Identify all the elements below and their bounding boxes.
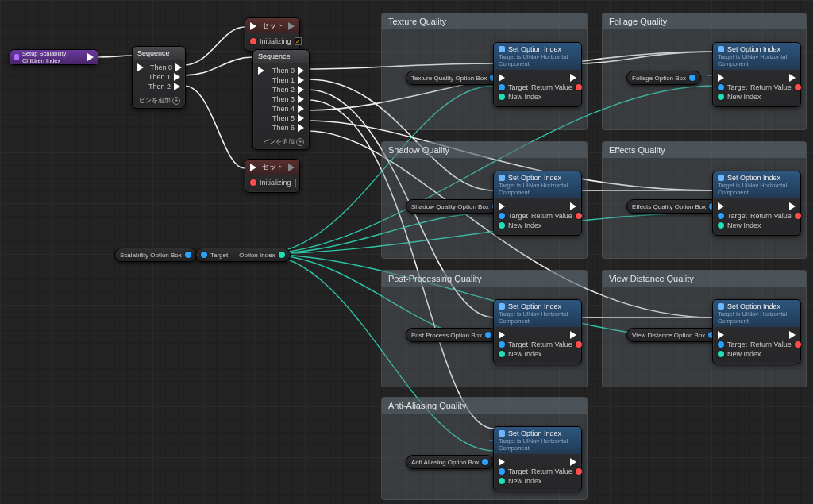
set-node-2[interactable]: セット Initializing <box>245 159 300 193</box>
set-option-index-node[interactable]: Set Option Index Target is UINav Horizon… <box>493 299 582 364</box>
exec-in-icon[interactable] <box>718 202 724 210</box>
set-option-index-node[interactable]: Set Option Index Target is UINav Horizon… <box>493 426 582 491</box>
exec-in-icon[interactable] <box>137 63 144 71</box>
object-pin-icon[interactable] <box>485 332 491 338</box>
comment-shadow[interactable]: Shadow Quality Shadow Quality Option Box… <box>381 141 588 259</box>
bool-pin-icon[interactable] <box>795 341 801 348</box>
exec-in-icon[interactable] <box>499 202 505 210</box>
comment-title[interactable]: Post-Processing Quality <box>382 271 587 287</box>
comment-texture[interactable]: Texture Quality Texture Quality Option B… <box>381 13 588 130</box>
exec-out-icon[interactable] <box>288 22 295 30</box>
exec-out-icon[interactable] <box>570 331 576 339</box>
object-pin-icon[interactable] <box>201 252 207 258</box>
checkbox-icon[interactable] <box>295 179 296 187</box>
bool-pin-icon[interactable] <box>795 84 801 90</box>
comment-foliage[interactable]: Foliage Quality Foliage Option Box Set O… <box>602 13 807 130</box>
var-option-box[interactable]: Post Process Option Box <box>406 328 497 342</box>
sequence-node-2[interactable]: Sequence Then 0 Then 1 Then 2 Then 3 The… <box>252 49 310 150</box>
option-index-node[interactable]: Target Option Index <box>195 248 291 262</box>
add-pin-label[interactable]: ピンを追加 <box>139 97 171 104</box>
int-pin-icon[interactable] <box>718 351 724 357</box>
exec-out-icon[interactable] <box>298 114 304 122</box>
comment-title[interactable]: Shadow Quality <box>382 142 587 158</box>
exec-out-icon[interactable] <box>298 76 304 84</box>
comment-title[interactable]: Foliage Quality <box>603 13 806 29</box>
exec-out-icon[interactable] <box>288 164 295 171</box>
set-node-1[interactable]: セット Initializing ✓ <box>245 17 300 52</box>
sequence-node-1[interactable]: Sequence Then 0 Then 1 Then 2 ピンを追加 + <box>132 46 186 109</box>
exec-out-icon[interactable] <box>175 63 182 71</box>
bool-pin-icon[interactable] <box>576 341 582 348</box>
object-pin-icon[interactable] <box>499 84 505 90</box>
int-pin-icon[interactable] <box>718 94 724 100</box>
plus-icon[interactable]: + <box>172 97 180 105</box>
comment-viewdist[interactable]: View Distance Quality View Distance Opti… <box>602 270 807 387</box>
set-option-index-node[interactable]: Set Option Index Target is UINav Horizon… <box>493 42 582 107</box>
set-option-index-node[interactable]: Set Option Index Target is UINav Horizon… <box>712 299 801 364</box>
int-pin-icon[interactable] <box>499 94 505 100</box>
bool-pin-icon[interactable] <box>576 213 582 219</box>
comment-postproc[interactable]: Post-Processing Quality Post Process Opt… <box>381 270 588 387</box>
bool-pin-icon[interactable] <box>795 213 801 219</box>
object-pin-icon[interactable] <box>185 252 191 258</box>
object-pin-icon[interactable] <box>718 84 724 90</box>
var-scalability-option-box[interactable]: Scalability Option Box <box>114 248 197 262</box>
exec-in-icon[interactable] <box>250 22 256 30</box>
comment-title[interactable]: Effects Quality <box>603 142 806 158</box>
exec-in-icon[interactable] <box>718 74 724 82</box>
var-option-box[interactable]: Foliage Option Box <box>626 71 701 85</box>
exec-out-icon[interactable] <box>174 83 180 90</box>
var-option-box[interactable]: View Distance Option Box <box>626 328 720 342</box>
exec-in-icon[interactable] <box>499 331 505 339</box>
set-option-index-node[interactable]: Set Option Index Target is UINav Horizon… <box>493 171 582 236</box>
var-option-box[interactable]: Effects Quality Option Box <box>626 199 721 214</box>
int-pin-icon[interactable] <box>499 351 505 357</box>
object-pin-icon[interactable] <box>482 459 488 465</box>
bool-pin-icon[interactable] <box>250 38 256 44</box>
comment-title[interactable]: View Distance Quality <box>603 271 806 287</box>
bool-pin-icon[interactable] <box>576 84 582 90</box>
exec-out-icon[interactable] <box>298 86 304 94</box>
exec-out-icon[interactable] <box>570 74 576 82</box>
var-option-box[interactable]: Shadow Quality Option Box <box>406 199 504 214</box>
exec-in-icon[interactable] <box>250 164 256 171</box>
object-pin-icon[interactable] <box>499 213 505 219</box>
add-pin-label[interactable]: ピンを追加 <box>263 138 295 145</box>
exec-out-icon[interactable] <box>789 74 796 82</box>
object-pin-icon[interactable] <box>718 341 724 348</box>
object-pin-icon[interactable] <box>689 75 695 81</box>
exec-out-icon[interactable] <box>789 331 796 339</box>
plus-icon[interactable]: + <box>296 138 304 146</box>
object-pin-icon[interactable] <box>718 213 724 219</box>
exec-out-icon[interactable] <box>789 202 796 210</box>
var-option-box[interactable]: Anti Aliasing Option Box <box>406 455 494 469</box>
checkbox-icon[interactable]: ✓ <box>295 37 302 45</box>
int-pin-icon[interactable] <box>279 252 285 258</box>
comment-title[interactable]: Anti-Aliasing Quality <box>382 398 587 414</box>
event-setup-scalability[interactable]: Setup Scalability Children Index <box>10 49 98 65</box>
exec-out-icon[interactable] <box>174 73 180 81</box>
exec-in-icon[interactable] <box>718 331 724 339</box>
exec-out-icon[interactable] <box>570 202 576 210</box>
exec-out-icon[interactable] <box>298 124 304 132</box>
set-option-index-node[interactable]: Set Option Index Target is UINav Horizon… <box>712 42 801 107</box>
int-pin-icon[interactable] <box>499 222 505 229</box>
bool-pin-icon[interactable] <box>250 179 256 186</box>
object-pin-icon[interactable] <box>499 468 505 475</box>
exec-out-icon[interactable] <box>298 95 304 103</box>
var-option-box[interactable]: Texture Quality Option Box <box>406 71 502 85</box>
int-pin-icon[interactable] <box>499 478 505 484</box>
exec-in-icon[interactable] <box>499 458 505 466</box>
comment-title[interactable]: Texture Quality <box>382 13 587 29</box>
comment-antialias[interactable]: Anti-Aliasing Quality Anti Aliasing Opti… <box>381 397 588 500</box>
exec-in-icon[interactable] <box>258 67 264 75</box>
object-pin-icon[interactable] <box>499 341 505 348</box>
set-option-index-node[interactable]: Set Option Index Target is UINav Horizon… <box>712 171 801 236</box>
bool-pin-icon[interactable] <box>576 468 582 475</box>
exec-out-icon[interactable] <box>570 458 576 466</box>
exec-in-icon[interactable] <box>499 74 505 82</box>
comment-effects[interactable]: Effects Quality Effects Quality Option B… <box>602 141 807 259</box>
exec-out-icon[interactable] <box>298 67 304 75</box>
int-pin-icon[interactable] <box>718 222 724 229</box>
exec-out-icon[interactable] <box>298 105 304 113</box>
